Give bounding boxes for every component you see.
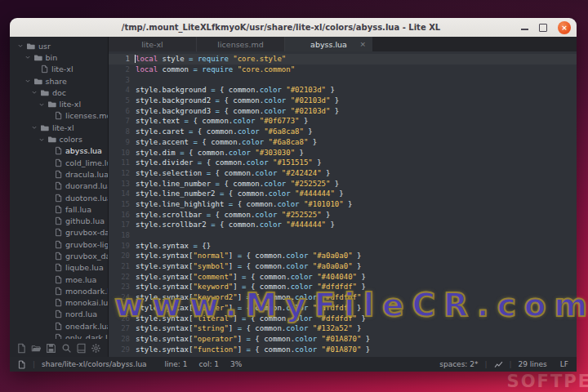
code-line[interactable]: 17style.scrollbar2 = { common.color "#44… [109, 220, 577, 230]
code-line[interactable]: 14style.line_number2 = { common.color "#… [109, 189, 577, 199]
tree-item-label: monokai.lua [65, 298, 108, 307]
code-line[interactable]: 27style.syntax["string"] = { common.colo… [109, 323, 577, 334]
code-line[interactable]: 1local style = require "core.style" [109, 54, 577, 65]
code-line[interactable]: 6style.background3 = { common.color "#02… [109, 105, 577, 116]
code-line[interactable]: 8style.caret = { common.color "#6a8ca8" … [109, 127, 577, 137]
open-folder-icon[interactable] [31, 343, 42, 354]
code-text: style.text = { common.color "#0f6773" } [136, 117, 308, 125]
chevron-down-icon[interactable] [17, 42, 24, 49]
tree-item-monodark-lua[interactable]: monodark.lua [10, 285, 108, 296]
code-line[interactable]: 21style.syntax["symbol"] = { common.colo… [109, 261, 577, 272]
tree-item-label: duotone.lua [65, 194, 108, 203]
tree-item-fall-lua[interactable]: fall.lua [10, 203, 108, 215]
tree-item-licenses-md[interactable]: licenses.md [10, 110, 108, 122]
tree-item-lite-xl[interactable]: lite-xl [10, 122, 108, 133]
tree-item-usr[interactable]: usr [10, 40, 108, 51]
book-icon[interactable] [76, 343, 87, 354]
code-line[interactable]: 5style.background2 = { common.color "#02… [109, 96, 577, 106]
tab-abyss-lua[interactable]: abyss.lua× [284, 37, 372, 51]
code-text: style.syntax["function"] = { common.colo… [136, 345, 370, 354]
code-line[interactable]: 3 [109, 74, 577, 85]
file-icon [55, 205, 62, 214]
code-text: style.line_number = { common.color "#252… [136, 180, 339, 188]
tree-item-gruvbox-dark-lu[interactable]: gruvbox-dark.lu [10, 227, 108, 238]
tree-item-label: gruvbox-light.lu [65, 240, 108, 249]
status-line[interactable]: line: 1 [165, 360, 188, 368]
minimize-button[interactable] [521, 29, 528, 30]
chevron-down-icon[interactable] [24, 78, 31, 84]
code-text: style.accent = { common.color "#6a8ca8" … [136, 138, 317, 146]
tree-item-lite-xl[interactable]: lite-xl [10, 64, 108, 75]
code-line[interactable]: 4style.background = { common.color "#021… [109, 85, 577, 96]
code-line[interactable]: 22style.syntax["comment"] = { common.col… [109, 271, 577, 282]
file-icon [55, 298, 62, 307]
tree-item-doc[interactable]: doc [10, 87, 108, 98]
tab-lite-xl[interactable]: lite-xl [109, 37, 196, 51]
code-line[interactable]: 18 [109, 230, 577, 241]
tree-item-onedark-lua[interactable]: onedark.lua [10, 320, 108, 332]
file-icon [55, 216, 62, 225]
tree-item-liqube-lua[interactable]: liqube.lua [10, 262, 108, 274]
tree-item-label: gruvbox_dark.lu [65, 252, 108, 261]
code-line[interactable]: 12style.selection = { common.color "#242… [109, 168, 577, 179]
file-icon [41, 65, 48, 74]
file-tree-sidebar: usrbinlite-xlsharedoclite-xllicenses.mdl… [10, 37, 108, 357]
save-icon[interactable] [46, 343, 56, 354]
tree-item-github-lua[interactable]: github.lua [10, 215, 108, 226]
file-icon [55, 252, 62, 261]
tree-item-bin[interactable]: bin [10, 51, 108, 63]
tree-item-monokai-lua[interactable]: monokai.lua [10, 297, 108, 309]
settings-icon[interactable] [91, 343, 101, 354]
tab-licenses-md[interactable]: licenses.md [196, 37, 284, 51]
code-line[interactable]: 2local common = require "core.common" [109, 65, 577, 75]
code-line[interactable]: 16style.scrollbar = { common.color "#252… [109, 209, 577, 220]
tree-item-gruvbox-light-lu[interactable]: gruvbox-light.lu [10, 238, 108, 250]
tree-item-duorand-lua[interactable]: duorand.lua [10, 180, 108, 192]
tree-item-duotone-lua[interactable]: duotone.lua [10, 192, 108, 203]
code-line[interactable]: 29style.syntax["function"] = { common.co… [109, 344, 577, 354]
status-eol[interactable]: LF [560, 360, 568, 368]
tree-item-label: moe.lua [65, 275, 96, 284]
code-line[interactable]: 15style.line_highlight = { common.color … [109, 199, 577, 210]
status-separator: | [510, 360, 512, 368]
line-number: 8 [109, 127, 130, 136]
maximize-button[interactable] [539, 24, 547, 32]
line-number: 17 [109, 220, 130, 229]
code-line[interactable]: 9style.accent = { common.color "#6a8ca8"… [109, 137, 577, 148]
tree-item-moe-lua[interactable]: moe.lua [10, 274, 108, 285]
chevron-down-icon[interactable] [31, 89, 38, 96]
tree-item-cold-lime-lua[interactable]: cold_lime.lua [10, 157, 108, 168]
tree-item-lite-xl[interactable]: lite-xl [10, 98, 108, 109]
status-right: spaces: 2* | | 29 lines LF [439, 360, 577, 369]
code-line[interactable]: 28style.syntax["operator"] = { common.co… [109, 334, 577, 345]
tree-item-colors[interactable]: colors [10, 133, 108, 145]
close-button[interactable]: × [558, 21, 571, 34]
code-text: local common = require "core.common" [136, 65, 295, 74]
tree-item-abyss-lua[interactable]: abyss.lua [10, 145, 108, 157]
chevron-down-icon[interactable] [31, 124, 38, 131]
chevron-down-icon[interactable] [38, 136, 45, 143]
chevron-down-icon[interactable] [38, 101, 45, 108]
tree-item-dracula-lua[interactable]: dracula.lua [10, 168, 108, 180]
code-line[interactable]: 10style.dim = { common.color "#303030" } [109, 147, 577, 158]
tree-item-only-dark-lua[interactable]: only_dark.lua [10, 332, 108, 339]
new-file-icon[interactable] [16, 343, 27, 354]
tree-item-gruvbox-dark-lu[interactable]: gruvbox_dark.lu [10, 250, 108, 261]
code-line[interactable]: 19style.syntax = {} [109, 240, 577, 251]
chevron-down-icon[interactable] [24, 54, 31, 60]
code-line[interactable]: 20style.syntax["normal"] = { common.colo… [109, 251, 577, 261]
search-icon[interactable] [61, 343, 72, 354]
tree-item-nord-lua[interactable]: nord.lua [10, 309, 108, 320]
tree-item-label: bin [46, 53, 58, 62]
status-col[interactable]: col: 1 [198, 360, 219, 368]
tree-item-label: monodark.lua [65, 287, 108, 296]
titlebar[interactable]: /tmp/.mount_LiteXLfkmyoK/usr/share/lite-… [10, 18, 577, 38]
tree-item-share[interactable]: share [10, 75, 108, 87]
code-line[interactable]: 13style.line_number = { common.color "#2… [109, 178, 577, 189]
tree-item-label: nord.lua [65, 310, 97, 318]
code-line[interactable]: 7style.text = { common.color "#0f6773" } [109, 116, 577, 127]
code-line[interactable]: 11style.divider = { common.color "#15151… [109, 158, 577, 168]
status-spaces[interactable]: spaces: 2* [439, 360, 478, 368]
tab-close-icon[interactable]: × [359, 40, 366, 48]
tab-label: lite-xl [141, 40, 163, 49]
